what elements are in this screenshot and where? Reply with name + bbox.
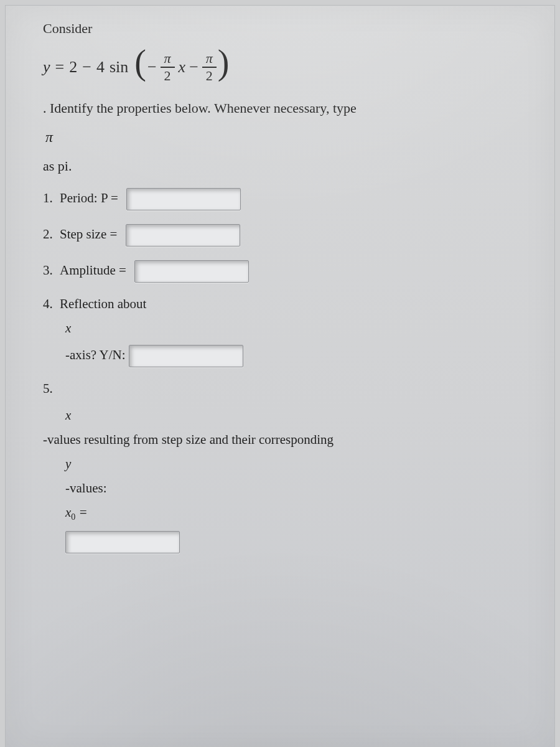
eq-equals: = — [55, 59, 65, 75]
reflection-label: Reflection about — [60, 296, 146, 312]
paren-close-icon: ) — [218, 54, 230, 71]
five-x-var: x — [65, 408, 530, 423]
eq-two: 2 — [69, 59, 77, 75]
eq-frac-2: π 2 — [202, 52, 217, 83]
x0-x: x — [65, 505, 71, 520]
reflection-input[interactable] — [129, 345, 243, 367]
instruction-as-pi: as pi. — [43, 158, 530, 174]
eq-frac-1-den: 2 — [164, 68, 171, 83]
eq-sin: sin — [110, 59, 128, 75]
instruction-identify: . Identify the properties below. Wheneve… — [43, 100, 530, 116]
paren-open-icon: ( — [134, 54, 146, 71]
reflection-question: -axis? Y/N: — [65, 345, 530, 367]
eq-frac-2-den: 2 — [206, 68, 213, 83]
question-panel: Consider y = 2 − 4 sin ( − π 2 x − π 2 )… — [5, 5, 555, 747]
properties-list: Period: P = Step size = Amplitude = Refl… — [43, 188, 530, 553]
heading-consider: Consider — [43, 21, 530, 37]
reflection-axis-label: -axis? Y/N: — [65, 347, 126, 362]
x0-input-row — [65, 531, 530, 553]
eq-minus-2: − — [189, 59, 198, 75]
item-period: Period: P = — [43, 188, 530, 210]
item-step-size: Step size = — [43, 224, 530, 247]
reflection-var: x — [65, 321, 530, 336]
eq-four: 4 — [96, 59, 105, 75]
five-values-label: -values: — [65, 481, 530, 496]
step-size-input[interactable] — [126, 224, 240, 247]
pi-glyph: π — [45, 129, 530, 146]
item-five: x -values resulting from step size and t… — [43, 381, 530, 553]
item-reflection: Reflection about x -axis? Y/N: — [43, 296, 530, 367]
eq-x: x — [179, 59, 186, 75]
step-size-label: Step size = — [60, 227, 117, 242]
amplitude-label: Amplitude = — [60, 263, 126, 278]
five-intro-text: -values resulting from step size and the… — [43, 432, 530, 448]
eq-frac-1-num: π — [161, 52, 175, 68]
x0-input[interactable] — [65, 531, 180, 553]
item-amplitude: Amplitude = — [43, 260, 530, 283]
amplitude-input[interactable] — [134, 260, 249, 283]
x0-eq: = — [75, 505, 87, 520]
eq-inner: − π 2 x − π 2 — [147, 52, 217, 83]
equation: y = 2 − 4 sin ( − π 2 x − π 2 ) — [43, 52, 530, 83]
eq-minus: − — [82, 59, 91, 75]
eq-frac-2-num: π — [202, 52, 217, 68]
eq-y: y — [43, 59, 50, 75]
x0-label: x0 = — [65, 505, 530, 522]
eq-neg: − — [147, 59, 157, 75]
five-y-var: y — [65, 456, 530, 472]
period-label: Period: P = — [60, 190, 118, 206]
period-input[interactable] — [126, 188, 241, 210]
eq-frac-1: π 2 — [161, 52, 175, 83]
